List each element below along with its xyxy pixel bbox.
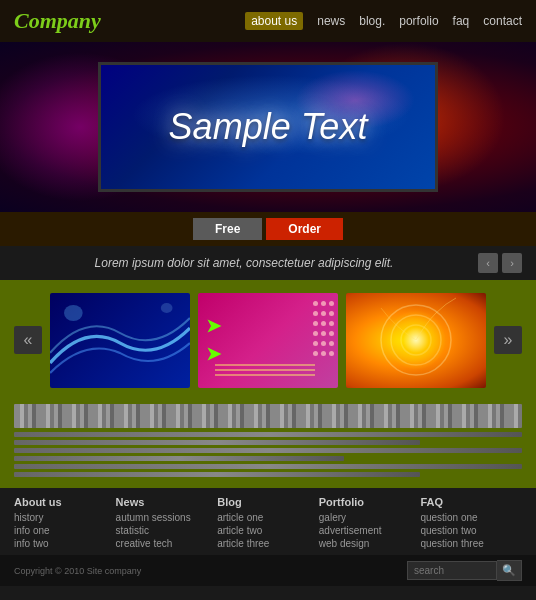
copyright-text: Copyright © 2010 Site company: [14, 566, 141, 576]
footer-link-0-2[interactable]: info two: [14, 538, 116, 549]
search-input[interactable]: [407, 561, 497, 580]
nav: about usnewsblog.porfoliofaqcontact: [245, 12, 522, 30]
footer-col-2: Blogarticle onearticle twoarticle three: [217, 496, 319, 551]
gallery-prev-button[interactable]: «: [14, 326, 42, 354]
tagline-prev-button[interactable]: ‹: [478, 253, 498, 273]
tagline-next-button[interactable]: ›: [502, 253, 522, 273]
footer-bottom: Copyright © 2010 Site company 🔍: [0, 555, 536, 586]
gallery-thumb-pink[interactable]: ➤ ➤: [198, 293, 338, 388]
nav-item-porfolio[interactable]: porfolio: [399, 14, 438, 28]
footer-link-0-0[interactable]: history: [14, 512, 116, 523]
header: Company about usnewsblog.porfoliofaqcont…: [0, 0, 536, 42]
footer-col-title-2: Blog: [217, 496, 319, 508]
footer-col-0: About ushistoryinfo oneinfo two: [14, 496, 116, 551]
gallery-next-button[interactable]: »: [494, 326, 522, 354]
footer-link-0-1[interactable]: info one: [14, 525, 116, 536]
footer-link-1-2[interactable]: creative tech: [116, 538, 218, 549]
content-line-5: [14, 464, 522, 469]
footer-col-title-0: About us: [14, 496, 116, 508]
search-button[interactable]: 🔍: [497, 560, 522, 581]
svg-point-1: [161, 303, 173, 313]
footer-col-title-1: News: [116, 496, 218, 508]
search-box: 🔍: [407, 560, 522, 581]
gallery-items: ➤ ➤: [50, 293, 486, 388]
free-button[interactable]: Free: [193, 218, 262, 240]
footer-col-4: FAQquestion onequestion twoquestion thre…: [420, 496, 522, 551]
footer-link-2-1[interactable]: article two: [217, 525, 319, 536]
footer-link-2-0[interactable]: article one: [217, 512, 319, 523]
tagline-text: Lorem ipsum dolor sit amet, consectetuer…: [14, 256, 474, 270]
svg-point-0: [64, 305, 83, 321]
footer-link-4-1[interactable]: question two: [420, 525, 522, 536]
footer-link-1-1[interactable]: statistic: [116, 525, 218, 536]
tagline-bar: Lorem ipsum dolor sit amet, consectetuer…: [0, 246, 536, 280]
pixel-banner: [14, 404, 522, 428]
nav-item-faq[interactable]: faq: [453, 14, 470, 28]
nav-item-about-us[interactable]: about us: [245, 12, 303, 30]
hero-text: Sample Text: [169, 106, 368, 148]
logo: Company: [14, 8, 101, 34]
footer-link-4-0[interactable]: question one: [420, 512, 522, 523]
footer-link-3-0[interactable]: galery: [319, 512, 421, 523]
content-line-6: [14, 472, 420, 477]
footer-link-4-2[interactable]: question three: [420, 538, 522, 549]
nav-item-news[interactable]: news: [317, 14, 345, 28]
footer-link-1-0[interactable]: autumn sessions: [116, 512, 218, 523]
pink-arrow-icon: ➤ ➤: [206, 315, 221, 365]
hero-buttons: Free Order: [0, 212, 536, 246]
content-line-4: [14, 456, 344, 461]
footer-nav: About ushistoryinfo oneinfo twoNewsautum…: [0, 488, 536, 555]
hero-screen: Sample Text: [98, 62, 438, 192]
footer-col-3: Portfoliogaleryadvertisementweb design: [319, 496, 421, 551]
footer-link-3-2[interactable]: web design: [319, 538, 421, 549]
nav-item-contact[interactable]: contact: [483, 14, 522, 28]
gallery-section: « ➤ ➤: [0, 280, 536, 400]
nav-item-blog.[interactable]: blog.: [359, 14, 385, 28]
footer-col-1: Newsautumn sessionsstatisticcreative tec…: [116, 496, 218, 551]
gallery-thumb-blue[interactable]: [50, 293, 190, 388]
pink-dots: [313, 301, 334, 356]
footer-link-3-1[interactable]: advertisement: [319, 525, 421, 536]
content-line-3: [14, 448, 522, 453]
content-section: [0, 400, 536, 488]
hero-banner: Sample Text: [0, 42, 536, 212]
footer-col-title-3: Portfolio: [319, 496, 421, 508]
content-line-1: [14, 432, 522, 437]
footer-link-2-2[interactable]: article three: [217, 538, 319, 549]
content-line-2: [14, 440, 420, 445]
gallery-thumb-orange[interactable]: [346, 293, 486, 388]
footer-col-title-4: FAQ: [420, 496, 522, 508]
order-button[interactable]: Order: [266, 218, 343, 240]
